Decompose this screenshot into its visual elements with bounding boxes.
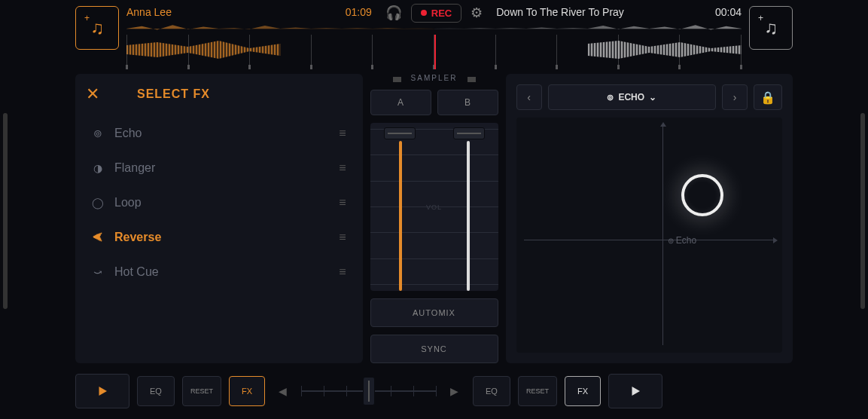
xy-pad-knob[interactable] xyxy=(681,174,723,216)
settings-gear-icon[interactable]: ⚙ xyxy=(471,5,483,21)
deck-a-track-time: 01:09 xyxy=(346,6,372,20)
deck-a-load-track-button[interactable]: ♫+ xyxy=(75,6,119,50)
current-fx-name: ECHO xyxy=(618,92,644,102)
play-icon xyxy=(629,384,642,398)
fx-item-label: Reverse xyxy=(114,231,161,244)
deck-a-reset-button[interactable]: RESET xyxy=(182,376,221,406)
deck-b-load-track-button[interactable]: ♫+ xyxy=(749,6,793,50)
deck-b-track-name: Down To The River To Pray xyxy=(496,6,624,20)
deck-b-fx-button[interactable]: FX xyxy=(565,376,601,406)
waveform-main[interactable] xyxy=(126,35,742,65)
waveform-area[interactable] xyxy=(126,23,742,66)
deck-b-reset-button[interactable]: RESET xyxy=(518,376,557,406)
loop-fx-icon: ◯ xyxy=(92,197,104,209)
next-fx-button[interactable]: › xyxy=(722,84,748,110)
waveform-overview[interactable] xyxy=(126,23,742,35)
xy-y-axis xyxy=(662,125,663,345)
close-fx-panel-button[interactable]: ✕ xyxy=(86,84,99,104)
deck-b-track-time: 00:04 xyxy=(715,6,742,20)
fx-xy-panel: ‹ ⊚ ECHO ⌄ › 🔒 Echo xyxy=(506,74,793,363)
fx-item-reverse[interactable]: ⮜Reverse ≡ xyxy=(86,222,352,253)
reverse-fx-icon: ⮜ xyxy=(92,231,104,243)
deck-a-nudge-left[interactable]: ◀ xyxy=(273,385,294,397)
fx-select-panel: ✕ SELECT FX ⊚Echo ≡ ◑Flanger ≡ ◯Loop ≡ xyxy=(75,74,363,363)
flanger-fx-icon: ◑ xyxy=(92,162,104,174)
sampler-section-label: SAMPLER xyxy=(370,74,498,82)
fx-lock-button[interactable]: 🔒 xyxy=(754,84,782,110)
music-note-icon: ♫+ xyxy=(90,17,104,38)
deck-b-play-button[interactable] xyxy=(608,374,662,408)
fx-selector-dropdown[interactable]: ⊚ ECHO ⌄ xyxy=(548,84,717,110)
drag-handle-icon[interactable]: ≡ xyxy=(339,161,346,175)
deck-a-track-name: Anna Lee xyxy=(126,6,172,20)
playhead-marker xyxy=(434,35,436,69)
fx-item-flanger[interactable]: ◑Flanger ≡ xyxy=(86,152,352,184)
fx-item-label: Hot Cue xyxy=(114,265,159,279)
fx-item-label: Flanger xyxy=(114,161,155,175)
xy-pad-origin-label: Echo xyxy=(668,235,696,246)
fx-panel-title: SELECT FX xyxy=(137,87,210,101)
music-note-icon: ♫+ xyxy=(764,17,778,38)
xy-x-axis xyxy=(524,240,775,240)
deck-a-fader-track xyxy=(399,141,402,291)
deck-b-fader-track xyxy=(467,141,470,291)
sampler-b-button[interactable]: B xyxy=(437,90,498,115)
crossfader-handle[interactable] xyxy=(363,377,375,405)
echo-fx-icon: ⊚ xyxy=(92,127,104,139)
fx-item-loop[interactable]: ◯Loop ≡ xyxy=(86,187,352,219)
headphones-icon[interactable]: 🎧 xyxy=(385,5,402,21)
deck-b-nudge-right[interactable]: ▶ xyxy=(444,385,465,397)
deck-a-volume-fader[interactable] xyxy=(384,127,416,139)
prev-fx-button[interactable]: ‹ xyxy=(516,84,542,110)
fx-item-label: Loop xyxy=(114,196,142,210)
sampler-a-button[interactable]: A xyxy=(370,90,431,115)
deck-a-fx-button[interactable]: FX xyxy=(229,376,265,406)
deck-b-volume-fader[interactable] xyxy=(453,127,485,139)
volume-faders: VOL xyxy=(370,123,498,291)
fx-type-icon: ⊚ xyxy=(607,93,614,102)
play-icon xyxy=(96,384,109,398)
fx-item-hotcue[interactable]: ⤻Hot Cue ≡ xyxy=(86,256,352,288)
deck-a-play-button[interactable] xyxy=(75,374,129,408)
hotcue-fx-icon: ⤻ xyxy=(92,266,104,278)
drag-handle-icon[interactable]: ≡ xyxy=(339,265,346,279)
chevron-down-icon: ⌄ xyxy=(649,92,656,102)
fx-item-echo[interactable]: ⊚Echo ≡ xyxy=(86,118,352,149)
fx-xy-pad[interactable]: Echo xyxy=(516,118,783,353)
record-label: REC xyxy=(431,8,452,19)
record-button[interactable]: REC xyxy=(411,4,461,23)
fx-item-label: Echo xyxy=(114,127,142,140)
deck-a-eq-button[interactable]: EQ xyxy=(137,376,175,406)
record-dot-icon xyxy=(421,10,427,16)
automix-button[interactable]: AUTOMIX xyxy=(370,298,498,327)
drag-handle-icon[interactable]: ≡ xyxy=(339,196,346,210)
sync-button[interactable]: SYNC xyxy=(370,335,498,363)
volume-label: VOL xyxy=(426,203,442,211)
drag-handle-icon[interactable]: ≡ xyxy=(339,127,346,140)
drag-handle-icon[interactable]: ≡ xyxy=(339,231,346,244)
lock-icon: 🔒 xyxy=(760,90,775,105)
deck-b-eq-button[interactable]: EQ xyxy=(473,376,510,406)
crossfader[interactable] xyxy=(301,376,437,406)
